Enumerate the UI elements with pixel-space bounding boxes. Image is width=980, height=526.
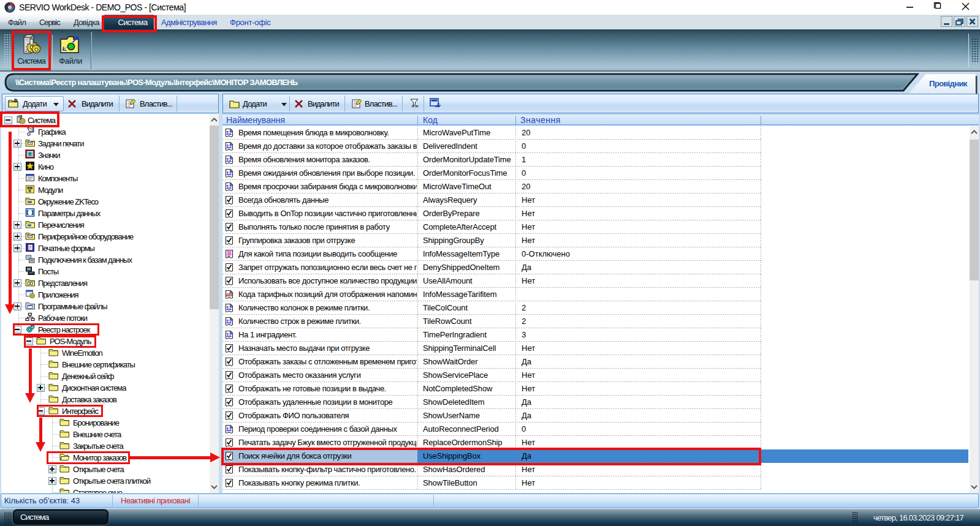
svg-text:12: 12 (226, 157, 232, 163)
svg-text:12: 12 (226, 184, 232, 190)
svg-text:12: 12 (226, 130, 232, 136)
svg-text:12: 12 (226, 305, 232, 311)
svg-text:12: 12 (226, 318, 232, 325)
svg-text:12: 12 (226, 426, 232, 432)
svg-text:12: 12 (226, 332, 232, 338)
svg-text:ab: ab (226, 291, 232, 298)
svg-text:12: 12 (226, 170, 232, 176)
svg-text:12: 12 (226, 143, 232, 149)
